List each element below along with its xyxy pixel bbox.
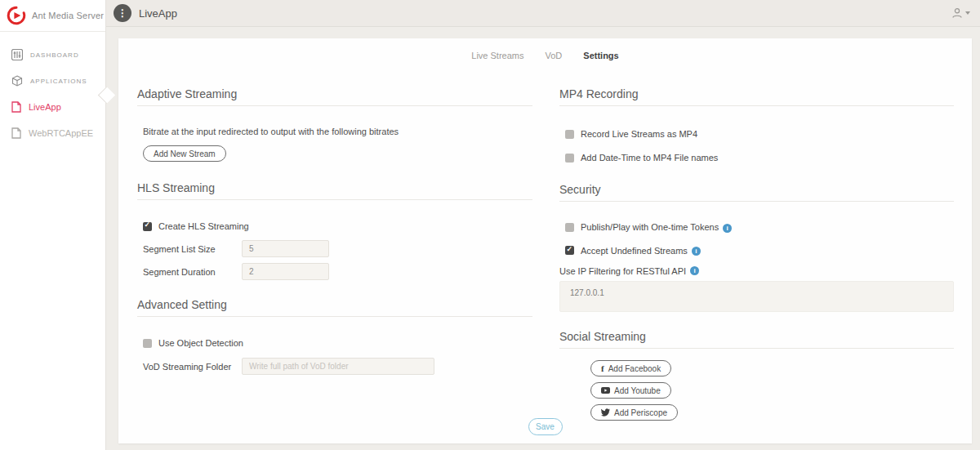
sidebar-item-liveapp[interactable]: LiveApp [0,94,105,120]
chevron-down-icon [965,11,970,15]
section-title-advanced-setting: Advanced Setting [137,298,532,317]
sidebar-item-dashboard[interactable]: DASHBOARD [0,42,105,68]
field-label: Segment Duration [143,267,242,277]
checkbox-label[interactable]: Accept Undefined Streamsi [581,246,701,256]
onetime-tokens-checkbox[interactable] [565,223,574,232]
sidebar-nav: DASHBOARD APPLICATIONS [0,32,105,146]
tab-vod[interactable]: VoD [546,51,563,60]
page-title: LiveApp [139,7,177,20]
onetime-tokens-row: Publish/Play with One-time Tokensi [565,222,954,233]
vod-folder-row: VoD Streaming Folder [143,358,532,375]
segment-duration-row: Segment Duration [143,263,532,280]
settings-card: Live Streams VoD Settings Adaptive Strea… [118,38,972,443]
section-title-adaptive-streaming: Adaptive Streaming [137,87,532,106]
info-icon[interactable]: i [692,247,701,256]
sidebar-item-label: DASHBOARD [30,51,79,59]
vod-folder-input[interactable] [242,358,434,375]
section-title-security: Security [559,183,954,202]
add-new-stream-button[interactable]: Add New Stream [143,145,226,162]
brand-name: Ant Media Server [32,11,104,20]
section-title-hls-streaming: HLS Streaming [137,181,532,200]
segment-list-size-input[interactable] [242,240,329,257]
record-mp4-row: Record Live Streams as MP4 [565,129,954,139]
sidebar-item-applications[interactable]: APPLICATIONS [0,68,105,94]
brand: Ant Media Server [0,0,105,31]
ip-filter-textarea[interactable]: 127.0.0.1 [559,281,954,312]
social-buttons: f Add Facebook Add Youtube Add Peris [590,360,954,421]
ant-media-logo-icon [7,6,26,25]
topbar: ⋮ LiveApp [106,0,980,27]
object-detection-row: Use Object Detection [143,338,532,348]
ip-filter-label-row: Use IP Filtering for RESTful APIi [559,263,954,278]
section-title-mp4-recording: MP4 Recording [559,87,954,106]
accept-undefined-row: Accept Undefined Streamsi [565,246,954,256]
settings-right-column: MP4 Recording Record Live Streams as MP4… [559,87,954,421]
tab-live-streams[interactable]: Live Streams [471,51,523,60]
segment-duration-input[interactable] [242,263,329,280]
tab-bar: Live Streams VoD Settings [118,51,972,60]
app-menu-icon[interactable]: ⋮ [114,4,131,22]
field-label: Segment List Size [143,244,242,254]
user-menu[interactable] [951,7,970,19]
checkbox-label[interactable]: Record Live Streams as MP4 [581,129,697,139]
create-hls-row: Create HLS Streaming [143,221,532,231]
save-button[interactable]: Save [528,418,563,435]
file-icon [11,127,21,139]
settings-left-column: Adaptive Streaming Bitrate at the input … [137,87,532,375]
tab-settings[interactable]: Settings [583,51,618,60]
section-title-social-streaming: Social Streaming [559,330,954,349]
segment-list-size-row: Segment List Size [143,240,532,257]
field-label: VoD Streaming Folder [143,362,242,372]
file-icon [11,101,21,113]
info-icon[interactable]: i [690,266,699,275]
add-periscope-button[interactable]: Add Periscope [590,404,678,421]
create-hls-checkbox[interactable] [143,222,152,231]
app-window: Ant Media Server DASHBOARD [0,0,980,450]
sidebar-item-label: APPLICATIONS [30,78,87,85]
add-facebook-button[interactable]: f Add Facebook [590,360,671,376]
sidebar-item-label: LiveApp [29,102,61,112]
record-mp4-checkbox[interactable] [565,130,574,139]
checkbox-label[interactable]: Use Object Detection [158,338,243,348]
user-icon [951,7,963,19]
checkbox-label[interactable]: Add Date-Time to MP4 File names [581,153,718,163]
dashboard-sliders-icon [11,49,23,60]
facebook-icon: f [601,363,604,373]
applications-box-icon [11,75,23,87]
datetime-mp4-row: Add Date-Time to MP4 File names [565,153,954,163]
twitter-bird-icon [601,408,610,417]
datetime-mp4-checkbox[interactable] [565,154,574,163]
sidebar-item-webrtcappee[interactable]: WebRTCAppEE [0,120,105,146]
checkbox-label[interactable]: Publish/Play with One-time Tokensi [581,222,732,233]
adaptive-description: Bitrate at the input redirected to outpu… [143,127,532,136]
sidebar: Ant Media Server DASHBOARD [0,0,106,450]
add-youtube-button[interactable]: Add Youtube [590,382,671,399]
info-icon[interactable]: i [723,224,732,233]
object-detection-checkbox[interactable] [143,339,152,348]
sidebar-item-label: WebRTCAppEE [29,128,93,138]
checkbox-label[interactable]: Create HLS Streaming [158,221,249,231]
accept-undefined-checkbox[interactable] [565,246,574,255]
ip-filter-label: Use IP Filtering for RESTful API [559,266,686,276]
youtube-icon [601,387,610,394]
